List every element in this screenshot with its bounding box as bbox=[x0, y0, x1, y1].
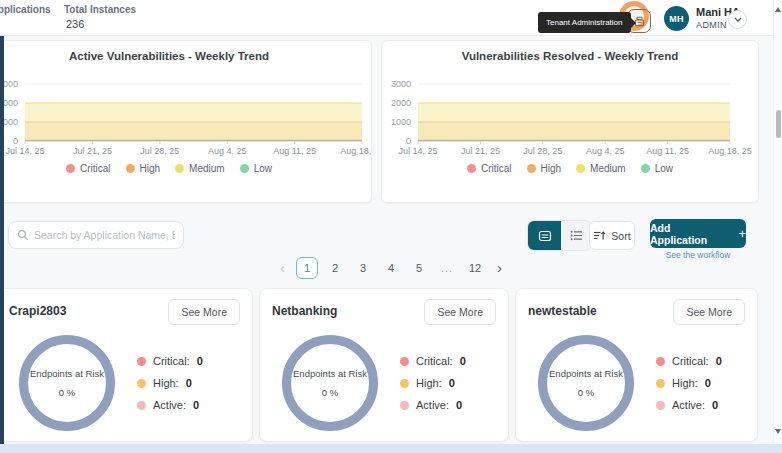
pagination-prev-icon[interactable]: ‹ bbox=[275, 258, 290, 278]
chart-legend-item[interactable]: High bbox=[126, 163, 161, 174]
pagination-ellipsis: ... bbox=[436, 262, 458, 274]
chart-legend-item[interactable]: Medium bbox=[175, 163, 225, 174]
legend-label: Medium bbox=[590, 163, 626, 174]
pagination: ‹ 1 2 3 4 5 ... 12 › bbox=[0, 257, 782, 279]
chart-legend-item[interactable]: Low bbox=[641, 163, 673, 174]
legend-label: High: bbox=[153, 377, 179, 389]
legend-dot-icon bbox=[527, 164, 536, 173]
application-search[interactable] bbox=[8, 221, 184, 249]
vulnerabilities-resolved-chart-card: Vulnerabilities Resolved - Weekly Trend … bbox=[381, 40, 759, 203]
legend-dot-icon bbox=[240, 164, 249, 173]
see-more-button[interactable]: See More bbox=[424, 299, 496, 325]
svg-text:Aug 4, 25: Aug 4, 25 bbox=[208, 146, 247, 156]
see-more-button[interactable]: See More bbox=[673, 299, 745, 325]
legend-label: Medium bbox=[189, 163, 225, 174]
list-view-button[interactable] bbox=[561, 221, 591, 250]
card-view-button[interactable] bbox=[528, 221, 561, 250]
plus-icon: + bbox=[738, 226, 746, 241]
endpoints-at-risk-donut: Endpoints at Risk 0 % bbox=[282, 335, 378, 431]
legend-label: Critical: bbox=[672, 355, 709, 367]
legend-value: 0 bbox=[449, 377, 455, 389]
svg-text:Aug 4, 25: Aug 4, 25 bbox=[586, 146, 625, 156]
bottom-bar bbox=[0, 444, 782, 453]
legend-dot-icon bbox=[467, 164, 476, 173]
legend-value: 0 bbox=[193, 399, 199, 411]
avatar[interactable]: MH bbox=[664, 6, 689, 31]
tenant-administration-tooltip: Tenant Administration bbox=[538, 12, 631, 33]
scroll-up-arrow-icon[interactable] bbox=[775, 7, 781, 12]
legend-row-active: Active: 0 bbox=[137, 399, 203, 411]
chart-title: Active Vulnerabilities - Weekly Trend bbox=[0, 50, 371, 62]
sort-button[interactable]: Sort bbox=[589, 221, 635, 250]
chart-legend-item[interactable]: Critical bbox=[467, 163, 512, 174]
list-view-icon bbox=[570, 230, 583, 241]
legend-value: 0 bbox=[705, 377, 711, 389]
legend-label: Low bbox=[655, 163, 673, 174]
active-vulnerabilities-chart-card: Active Vulnerabilities - Weekly Trend 01… bbox=[0, 40, 372, 203]
pagination-page-1[interactable]: 1 bbox=[296, 257, 318, 279]
legend-dot-icon bbox=[175, 164, 184, 173]
card-legend: Critical: 0 High: 0 Active: 0 bbox=[656, 355, 722, 411]
see-more-button[interactable]: See More bbox=[168, 299, 240, 325]
legend-label: Critical: bbox=[153, 355, 190, 367]
vertical-scrollbar[interactable] bbox=[773, 0, 782, 453]
sort-label: Sort bbox=[611, 230, 630, 242]
search-input[interactable] bbox=[34, 229, 175, 241]
stat-value: 236 bbox=[64, 18, 136, 30]
stat-label: Total Instances bbox=[64, 4, 136, 15]
critical-dot-icon bbox=[400, 357, 409, 366]
svg-text:Aug 18, 25: Aug 18, 25 bbox=[708, 146, 752, 156]
donut-label: Endpoints at Risk bbox=[30, 368, 104, 379]
legend-row-high: High: 0 bbox=[400, 377, 466, 389]
critical-dot-icon bbox=[137, 357, 146, 366]
svg-text:Aug 18, 25: Aug 18, 25 bbox=[340, 146, 371, 156]
pagination-page-2[interactable]: 2 bbox=[324, 257, 346, 279]
donut-value: 0 % bbox=[59, 387, 75, 398]
endpoints-at-risk-donut: Endpoints at Risk 0 % bbox=[19, 335, 115, 431]
weekly-trend-area-chart: 0100020003000Jul 14, 25Jul 21, 25Jul 28,… bbox=[0, 64, 371, 160]
svg-text:Aug 11, 25: Aug 11, 25 bbox=[273, 146, 316, 156]
legend-dot-icon bbox=[641, 164, 650, 173]
scroll-down-arrow-icon[interactable] bbox=[775, 429, 781, 434]
scrollbar-thumb[interactable] bbox=[776, 110, 781, 138]
legend-label: Critical bbox=[80, 163, 111, 174]
legend-row-active: Active: 0 bbox=[400, 399, 466, 411]
pagination-page-3[interactable]: 3 bbox=[352, 257, 374, 279]
chart-legend-item[interactable]: Medium bbox=[576, 163, 626, 174]
application-card: Crapi2803 See More Endpoints at Risk 0 %… bbox=[0, 288, 253, 442]
legend-row-critical: Critical: 0 bbox=[137, 355, 203, 367]
sort-icon bbox=[593, 230, 606, 242]
chart-legend: CriticalHighMediumLow bbox=[382, 163, 758, 174]
chart-legend-item[interactable]: Critical bbox=[66, 163, 111, 174]
chart-legend-item[interactable]: Low bbox=[240, 163, 272, 174]
critical-dot-icon bbox=[656, 357, 665, 366]
legend-value: 0 bbox=[712, 399, 718, 411]
sidebar-edge bbox=[0, 36, 4, 444]
high-dot-icon bbox=[656, 379, 665, 388]
stat-total-applications: Total Applications bbox=[0, 4, 51, 18]
view-toggle-group bbox=[527, 220, 592, 251]
legend-value: 0 bbox=[197, 355, 203, 367]
add-application-button[interactable]: Add Application + bbox=[650, 219, 746, 248]
pagination-page-4[interactable]: 4 bbox=[380, 257, 402, 279]
endpoints-at-risk-donut: Endpoints at Risk 0 % bbox=[538, 335, 634, 431]
svg-text:2000: 2000 bbox=[391, 98, 411, 108]
pagination-page-12[interactable]: 12 bbox=[464, 257, 486, 279]
svg-text:Jul 28, 25: Jul 28, 25 bbox=[140, 146, 179, 156]
svg-text:Jul 21, 25: Jul 21, 25 bbox=[73, 146, 112, 156]
legend-label: High bbox=[541, 163, 562, 174]
search-icon bbox=[17, 229, 29, 241]
legend-label: Low bbox=[254, 163, 272, 174]
legend-label: Critical: bbox=[416, 355, 453, 367]
svg-text:0: 0 bbox=[406, 136, 411, 146]
pagination-next-icon[interactable]: › bbox=[492, 258, 507, 278]
donut-label: Endpoints at Risk bbox=[293, 368, 367, 379]
legend-row-high: High: 0 bbox=[656, 377, 722, 389]
chart-legend: CriticalHighMediumLow bbox=[0, 163, 371, 174]
svg-text:Jul 14, 25: Jul 14, 25 bbox=[5, 146, 44, 156]
svg-text:Aug 11, 25: Aug 11, 25 bbox=[646, 146, 689, 156]
active-dot-icon bbox=[656, 401, 665, 410]
user-menu-button[interactable] bbox=[728, 10, 747, 29]
chart-legend-item[interactable]: High bbox=[527, 163, 562, 174]
pagination-page-5[interactable]: 5 bbox=[408, 257, 430, 279]
